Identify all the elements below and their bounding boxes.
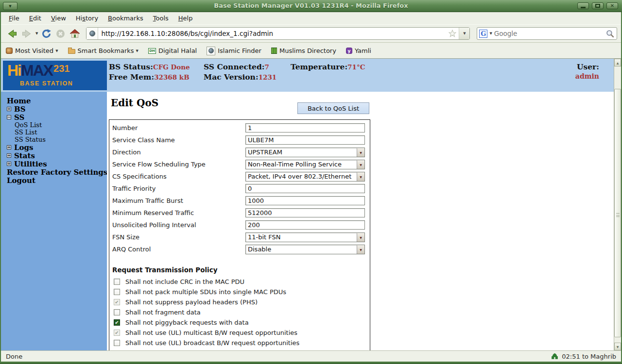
status-column: SS Connected:7Mac Version:1231: [204, 62, 291, 83]
expand-icon[interactable]: [7, 145, 11, 149]
form-row: ARQ ControlDisable: [109, 243, 370, 255]
field-number[interactable]: [245, 123, 365, 132]
form-label-direction: Direction: [109, 149, 245, 156]
menu-bookmarks[interactable]: Bookmarks: [103, 13, 148, 23]
select-value: Disable: [246, 246, 357, 253]
field-minimum-reserved-traffic[interactable]: [245, 208, 365, 217]
menu-view[interactable]: View: [46, 13, 71, 23]
select-fsn-size[interactable]: 11-bit FSN: [245, 232, 365, 242]
select-arrow-icon[interactable]: [357, 160, 364, 169]
bookmark-most-visited[interactable]: Most Visited▼: [6, 47, 58, 54]
sidebar-item-label: QoS List: [15, 121, 42, 129]
menu-edit[interactable]: Edit: [24, 13, 46, 23]
minimize-button[interactable]: [577, 2, 589, 9]
checkbox-shall-not-pack-multiple-sdus-into-single-mac-pdus[interactable]: [114, 289, 120, 295]
expand-icon[interactable]: [7, 162, 11, 166]
select-direction[interactable]: UPSTREAM: [245, 148, 365, 157]
policy-row: Shall not pack multiple SDUs into single…: [109, 287, 370, 297]
policy-row: Shall not use (UL) multicast B/W request…: [109, 328, 370, 338]
select-arrow-icon[interactable]: [357, 245, 364, 254]
scroll-up-icon[interactable]: [614, 59, 621, 66]
checkbox-shall-not-piggyback-requests-with-data[interactable]: [114, 319, 120, 326]
logo-hi: Hi: [7, 62, 21, 79]
url-dropdown-button[interactable]: [459, 28, 469, 39]
close-button[interactable]: ✕: [606, 2, 618, 9]
select-arrow-icon[interactable]: [357, 172, 364, 181]
expand-icon[interactable]: [7, 107, 11, 111]
status-bar: Done 02:51 to Maghrib: [1, 350, 621, 362]
search-magnifier-icon[interactable]: [606, 30, 614, 38]
back-to-qos-list-button[interactable]: Back to QoS List: [297, 102, 369, 114]
bookmark-label: Smart Bookmarks: [78, 47, 134, 54]
sidebar-nav: HomeBSSSQoS ListSS ListSS StatusLogsStat…: [1, 92, 107, 350]
select-cs-specifications[interactable]: Packet, IPv4 over 802.3/Ethernet: [245, 172, 365, 182]
checkbox-shall-not-use-ul-broadcast-b-w-request-opportunities[interactable]: [114, 340, 120, 346]
select-arrow-icon[interactable]: [357, 148, 364, 157]
status-item: Mac Version:1231: [204, 72, 291, 83]
checkbox-label: Shall not fragment data: [125, 309, 201, 316]
bookmark-star-icon[interactable]: [449, 30, 456, 37]
menu-help[interactable]: Help: [173, 13, 198, 23]
checkbox-shall-not-fragment-data[interactable]: [114, 309, 120, 315]
status-value: 32368 kB: [154, 73, 189, 81]
search-engine-dropdown-icon[interactable]: ▼: [489, 32, 492, 35]
back-button[interactable]: [7, 30, 17, 38]
maximize-button[interactable]: [592, 2, 604, 9]
sidebar-item-ss-status[interactable]: SS Status: [1, 136, 107, 143]
select-value: 11-bit FSN: [246, 233, 357, 241]
sidebar-item-label: Utilities: [14, 160, 47, 168]
sidebar-item-label: Logout: [7, 176, 35, 185]
sidebar-item-home[interactable]: Home: [1, 97, 107, 105]
forward-button[interactable]: [22, 30, 32, 38]
menu-tools[interactable]: Tools: [148, 13, 173, 23]
sidebar-item-ss[interactable]: SS: [1, 113, 107, 121]
title-bar[interactable]: Base Station Manager V01.03 1231R4 - Moz…: [0, 0, 622, 12]
sidebar-item-utilities[interactable]: Utilities: [1, 160, 107, 168]
url-bar[interactable]: [86, 27, 470, 40]
window-bottom-edge: [0, 362, 622, 364]
prayer-widget[interactable]: 02:51 to Maghrib: [551, 353, 616, 360]
scrollbar-thumb[interactable]: [614, 89, 621, 337]
minimize-icon: [581, 7, 586, 8]
field-service-class-name[interactable]: [245, 135, 365, 145]
select-arq-control[interactable]: Disable: [245, 245, 365, 254]
field-traffic-priority[interactable]: [245, 184, 365, 193]
main-content: Edit QoS Back to QoS List NumberService …: [107, 92, 614, 350]
sidebar-item-restore-factory-settings[interactable]: Restore Factory Settings: [1, 168, 107, 176]
sidebar-item-logs[interactable]: Logs: [1, 143, 107, 151]
sidebar-item-qos-list[interactable]: QoS List: [1, 121, 107, 129]
policy-row: Shall not fragment data: [109, 307, 370, 317]
logo-subtitle: BASE STATION: [20, 80, 73, 87]
menu-file[interactable]: File: [4, 13, 24, 23]
bookmark-digital-halal[interactable]: DHDigital Halal: [148, 47, 197, 54]
sidebar-item-stats[interactable]: Stats: [1, 151, 107, 160]
checkbox-shall-not-include-crc-in-the-mac-pdu[interactable]: [114, 279, 120, 285]
select-service-flow-scheduling-type[interactable]: Non-Real-Time Polling Service: [245, 160, 365, 169]
field-maximum-traffic-burst[interactable]: [245, 196, 365, 205]
scroll-down-icon[interactable]: [614, 343, 621, 350]
url-input[interactable]: [98, 30, 446, 37]
status-label: Free Mem:: [109, 72, 154, 82]
expand-icon[interactable]: [7, 153, 11, 158]
page-viewport: HiMAX231 BASE STATION BS Status:CFG Done…: [1, 59, 621, 350]
menu-history[interactable]: History: [71, 13, 103, 23]
field-unsolicited-polling-interval[interactable]: [245, 220, 365, 230]
sidebar-item-bs[interactable]: BS: [1, 105, 107, 113]
form-label-maximum-traffic-burst: Maximum Traffic Burst: [109, 197, 245, 204]
collapse-icon[interactable]: [7, 115, 11, 119]
stop-button[interactable]: [56, 29, 65, 38]
search-input[interactable]: [494, 30, 604, 37]
vertical-scrollbar[interactable]: [614, 59, 621, 350]
bookmark-yamli[interactable]: yYamli: [346, 47, 371, 54]
bookmark-smart-bookmarks[interactable]: Smart Bookmarks▼: [68, 47, 138, 54]
bookmark-islamic-finder[interactable]: Islamic Finder: [207, 47, 261, 55]
bookmark-muslims-directory[interactable]: Muslims Directory: [271, 47, 336, 54]
sidebar-item-ss-list[interactable]: SS List: [1, 129, 107, 136]
reload-button[interactable]: [42, 29, 51, 38]
sidebar-item-logout[interactable]: Logout: [1, 176, 107, 184]
status-value: CFG Done: [153, 63, 190, 71]
search-box[interactable]: G ▼: [477, 27, 617, 40]
home-button[interactable]: [70, 29, 80, 38]
back-history-dropdown-icon[interactable]: ▼: [35, 32, 38, 35]
select-arrow-icon[interactable]: [357, 233, 364, 242]
